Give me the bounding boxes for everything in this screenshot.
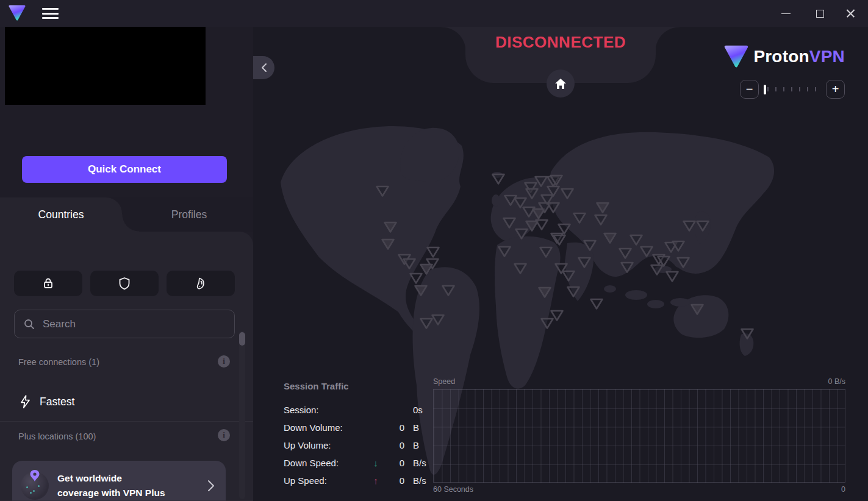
app-window: Quick Connect Countries Profiles	[0, 0, 868, 501]
search-field	[14, 310, 235, 338]
map-pin[interactable]	[559, 186, 575, 201]
map-pin[interactable]	[602, 230, 618, 245]
map-pin[interactable]	[565, 284, 581, 299]
home-button[interactable]	[547, 69, 575, 98]
map-pin[interactable]	[589, 296, 604, 311]
speed-chart: Speed 0 B/s 60 Seconds 0	[433, 377, 845, 494]
map-pin[interactable]	[401, 256, 417, 271]
quick-connect-button[interactable]: Quick Connect	[22, 156, 227, 183]
close-button[interactable]	[836, 0, 864, 27]
brand-wordmark: ProtonVPN	[753, 47, 845, 66]
map-pin[interactable]	[695, 218, 711, 233]
map-pin[interactable]	[490, 171, 506, 186]
map-pin[interactable]	[524, 186, 540, 201]
map-pin[interactable]	[617, 246, 633, 260]
zoom-in-button[interactable]: +	[826, 80, 845, 99]
map-pin[interactable]	[440, 283, 456, 297]
zoom-out-button[interactable]: −	[740, 80, 759, 99]
map-pin[interactable]	[572, 210, 587, 225]
close-icon	[846, 9, 855, 18]
map-pin[interactable]	[576, 255, 592, 269]
tab-countries[interactable]: Countries	[0, 197, 122, 232]
proton-vpn-logo-icon	[9, 5, 26, 21]
fastest-server-item[interactable]: Fastest	[0, 388, 239, 416]
tab-profiles[interactable]: Profiles	[125, 197, 253, 232]
sidebar-scrollbar[interactable]	[239, 331, 245, 499]
speed-chart-ymax: 0 B/s	[828, 377, 846, 386]
down-speed-row: Down Speed: ↓ 0 B/s	[284, 454, 430, 472]
maximize-button[interactable]	[806, 0, 834, 27]
vpn-plus-upsell-banner[interactable]: Get worldwide coverage with VPN Plus	[12, 461, 226, 501]
speed-chart-footer: 60 Seconds 0	[433, 485, 845, 494]
map-pin[interactable]	[561, 268, 576, 283]
map-pin[interactable]	[380, 236, 396, 251]
map-pin[interactable]	[593, 212, 609, 227]
zoom-slider-handle[interactable]	[764, 85, 766, 94]
zoom-slider[interactable]	[764, 85, 821, 94]
connection-status-label: DISCONNECTED	[465, 33, 656, 52]
up-arrow-icon: ↑	[369, 475, 382, 486]
speed-chart-grid	[433, 389, 845, 483]
map-pin[interactable]	[534, 217, 550, 232]
minimize-button[interactable]	[772, 0, 800, 27]
free-connections-info-icon[interactable]: i	[218, 355, 230, 368]
speed-chart-xright: 0	[841, 485, 845, 494]
map-pin[interactable]	[512, 261, 528, 275]
globe-icon	[21, 472, 49, 500]
down-arrow-icon: ↓	[369, 458, 382, 468]
map-zoom-control: − +	[740, 80, 845, 99]
session-row: Session: 0s	[284, 401, 430, 419]
ad-placeholder	[5, 27, 206, 105]
netshield-shield-icon	[117, 276, 132, 291]
bolt-icon	[19, 394, 32, 409]
map-pin[interactable]	[418, 316, 434, 330]
netshield-button[interactable]	[90, 271, 159, 296]
map-pin[interactable]	[497, 244, 512, 258]
map-pin[interactable]	[382, 219, 398, 234]
map-pin[interactable]	[413, 283, 429, 297]
divider	[0, 421, 253, 422]
map-pin[interactable]	[582, 238, 598, 252]
plus-locations-header: Plus locations (100)	[18, 432, 238, 441]
map-pin[interactable]	[675, 255, 691, 269]
session-traffic-panel: Session Traffic Session: 0s Down Volume:…	[284, 381, 430, 489]
search-input[interactable]	[43, 318, 226, 330]
home-icon	[554, 78, 567, 90]
notch-curve	[655, 27, 680, 51]
map-pin[interactable]	[548, 172, 564, 187]
secure-core-lock-icon	[41, 276, 56, 291]
map-pin[interactable]	[670, 238, 686, 253]
map-pin[interactable]	[545, 200, 561, 215]
secure-core-button[interactable]	[14, 271, 82, 296]
speed-chart-title: Speed	[433, 377, 455, 386]
plus-locations-info-icon[interactable]: i	[218, 429, 230, 441]
map-pin[interactable]	[375, 183, 390, 198]
minimize-icon	[781, 13, 791, 14]
location-pin-icon	[29, 469, 41, 484]
chevron-left-icon	[260, 63, 267, 73]
tab-bar: Countries Profiles	[0, 197, 253, 232]
free-connections-header: Free connections (1)	[18, 357, 238, 367]
map-area: DISCONNECTED ProtonVPN − +	[253, 27, 868, 501]
map-pin[interactable]	[619, 260, 635, 274]
down-volume-row: Down Volume: 0 B	[284, 419, 430, 436]
brand-logo: ProtonVPN	[724, 45, 845, 68]
map-pin[interactable]	[649, 262, 665, 277]
map-pin[interactable]	[549, 308, 565, 322]
map-pin[interactable]	[739, 326, 755, 341]
menu-icon[interactable]	[41, 7, 60, 20]
scrollbar-thumb[interactable]	[239, 332, 245, 346]
tor-onion-icon	[193, 276, 208, 291]
proton-vpn-triangle-icon	[724, 45, 748, 68]
notch-curve	[442, 27, 466, 51]
title-bar	[0, 0, 868, 27]
search-icon	[23, 318, 35, 330]
chevron-right-icon	[206, 478, 216, 494]
sidebar: Quick Connect Countries Profiles	[0, 27, 253, 501]
map-pin[interactable]	[689, 302, 705, 316]
map-pin[interactable]	[551, 232, 567, 247]
tor-button[interactable]	[167, 271, 235, 296]
map-pin[interactable]	[664, 269, 680, 283]
up-speed-row: Up Speed: ↑ 0 B/s	[284, 472, 430, 489]
map-pin[interactable]	[537, 285, 553, 299]
